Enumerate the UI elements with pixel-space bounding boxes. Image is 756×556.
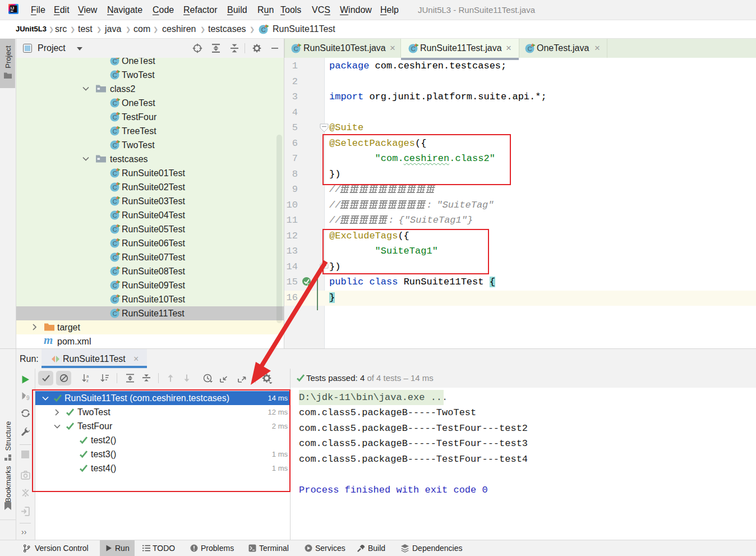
svg-text:IJ: IJ bbox=[11, 6, 14, 11]
svg-text:9: 9 bbox=[26, 395, 30, 401]
svg-text:z: z bbox=[86, 378, 89, 383]
